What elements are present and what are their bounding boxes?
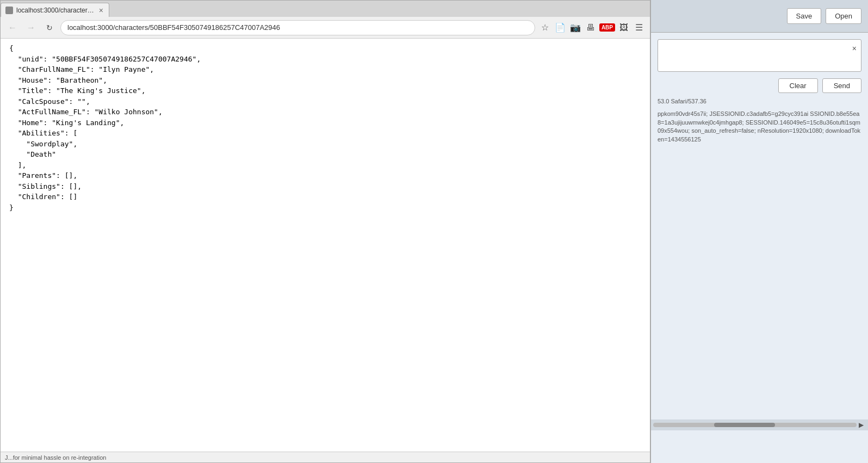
address-bar[interactable] — [60, 20, 535, 35]
image-icon[interactable]: 🖼 — [617, 21, 630, 34]
scrollbar-right-arrow[interactable]: ▶ — [857, 421, 866, 429]
status-bar: J...for minimal hassle on re-integration — [1, 452, 650, 462]
open-button[interactable]: Open — [826, 8, 861, 24]
scrollbar-track[interactable] — [653, 423, 857, 427]
json-content: { "unid": "50BBF54F3050749186257C47007A2… — [9, 43, 641, 213]
tab-close-icon[interactable]: × — [98, 6, 104, 15]
right-panel-top: Save Open — [651, 0, 868, 33]
toolbar: ← → ↻ ☆ 📄 📷 🖶 ABP 🖼 ☰ — [1, 17, 650, 39]
content-area: { "unid": "50BBF54F3050749186257C47007A2… — [1, 39, 650, 452]
refresh-button[interactable]: ↻ — [42, 20, 57, 35]
scrollbar-area: ▶ — [651, 419, 868, 430]
menu-icon[interactable]: ☰ — [633, 21, 646, 34]
extensions-icon[interactable]: 📄 — [554, 21, 567, 34]
search-close-icon[interactable]: × — [852, 44, 857, 53]
cookie-text-area: ppkom90vdr45s7ii; JSESSIONID.c3adafb5=g2… — [658, 110, 861, 144]
back-button[interactable]: ← — [5, 20, 20, 35]
forward-button[interactable]: → — [23, 20, 39, 35]
status-text: J...for minimal hassle on re-integration — [5, 454, 106, 461]
monitor-icon[interactable]: 🖶 — [584, 21, 597, 34]
browser-info: 53.0 Safari/537.36 — [658, 97, 861, 106]
cookie-info: ppkom90vdr45s7ii; JSESSIONID.c3adafb5=g2… — [658, 110, 861, 144]
toolbar-icons: ☆ 📄 📷 🖶 ABP 🖼 ☰ — [538, 21, 646, 34]
info-text-area: 53.0 Safari/537.36 — [658, 97, 861, 106]
browser-tab[interactable]: localhost:3000/characters... × — [1, 3, 109, 17]
camera-icon[interactable]: 📷 — [569, 21, 582, 34]
scrollbar-thumb[interactable] — [714, 423, 775, 427]
adblock-button[interactable]: ABP — [599, 23, 615, 32]
bookmark-icon[interactable]: ☆ — [538, 21, 551, 34]
tab-favicon-icon — [5, 7, 13, 14]
right-panel: Save Open × Clear Send 53.0 Safari/537.3… — [650, 0, 868, 463]
send-button[interactable]: Send — [822, 78, 861, 93]
clear-button[interactable]: Clear — [778, 78, 818, 93]
right-panel-body: × Clear Send 53.0 Safari/537.36 ppkom90v… — [651, 33, 868, 463]
browser-window: localhost:3000/characters... × ← → ↻ ☆ 📄… — [0, 0, 650, 463]
tab-title: localhost:3000/characters... — [16, 7, 95, 14]
save-button[interactable]: Save — [787, 8, 822, 24]
tab-bar: localhost:3000/characters... × — [1, 1, 650, 17]
clear-send-row: Clear Send — [658, 78, 861, 93]
search-box: × — [658, 39, 861, 72]
